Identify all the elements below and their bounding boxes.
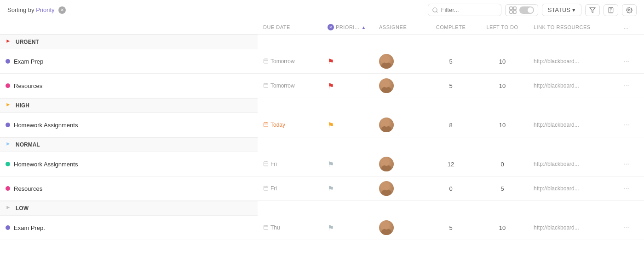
due-date-text: Tomorrow [270, 58, 295, 65]
task-color-dot [6, 83, 10, 88]
group-flag-icon [6, 205, 12, 212]
task-name-cell: Homework Assignments [0, 152, 258, 177]
group-flag-icon [6, 39, 12, 45]
task-color-dot [6, 59, 10, 64]
svg-rect-0 [510, 7, 512, 10]
complete-cell: 8 [425, 113, 477, 137]
more-options-cell[interactable]: ··· [618, 216, 644, 240]
svg-rect-30 [264, 225, 268, 229]
table-row: Exam Prep Tomorrow ⚑ 5 10 http://blackbo… [0, 49, 644, 74]
group-label-normal: NORMAL [16, 141, 40, 148]
more-options-cell[interactable]: ··· [618, 177, 644, 201]
table-row: Homework Assignments Today ⚑ 8 10 http:/… [0, 113, 644, 137]
left-to-do-cell: 10 [477, 113, 528, 137]
group-header-cell-high: HIGH [0, 98, 258, 113]
group-flag-icon [6, 102, 12, 109]
sort-priority-link[interactable]: Priority [36, 6, 54, 13]
priority-flag-light: ⚑ [328, 224, 334, 232]
priority-flag-yellow: ⚑ [328, 121, 334, 129]
calendar-icon [263, 224, 269, 231]
col-header-assignee: ASSIGNEE [374, 20, 425, 35]
table-row: Homework Assignments Fri ⚑ 12 0 http://b… [0, 152, 644, 177]
svg-rect-2 [510, 11, 512, 13]
link-cell[interactable]: http://blackboard... [528, 216, 618, 240]
cal-svg [263, 82, 269, 88]
more-icon[interactable]: ··· [624, 57, 630, 65]
left-to-do-cell: 10 [477, 74, 528, 98]
priority-flag-light: ⚑ [328, 160, 334, 168]
svg-rect-1 [513, 7, 516, 10]
doc-icon [608, 7, 614, 13]
task-name: Exam Prep [14, 58, 43, 65]
sort-arrow-icon: ▲ [362, 25, 366, 30]
task-color-dot [6, 225, 10, 230]
more-options-cell[interactable]: ··· [618, 113, 644, 137]
filter-button[interactable] [585, 4, 600, 16]
avatar [379, 78, 394, 93]
calendar-icon [263, 161, 269, 167]
more-options-cell[interactable]: ··· [618, 152, 644, 177]
priority-flag-red: ⚑ [328, 82, 334, 90]
group-header-normal[interactable]: NORMAL [0, 137, 644, 153]
assignee-cell [374, 113, 425, 137]
svg-rect-26 [264, 186, 268, 190]
link-cell[interactable]: http://blackboard... [528, 177, 618, 201]
avatar [379, 181, 394, 196]
filter-icon [589, 7, 596, 13]
priority-x-icon: ✕ [328, 24, 334, 30]
priority-flag-cell: ⚑ [322, 152, 374, 177]
svg-marker-4 [590, 7, 595, 12]
priority-flag-cell: ⚑ [322, 74, 374, 98]
cal-svg [263, 224, 269, 230]
avatar [379, 220, 394, 235]
priority-flag-cell: ⚑ [322, 113, 374, 137]
col-header-priority[interactable]: ✕ PRIORI... ▲ [322, 20, 374, 35]
more-options-cell[interactable]: ··· [618, 49, 644, 74]
due-date-cell: Tomorrow [258, 49, 322, 74]
task-name-cell: Exam Prep [0, 49, 258, 74]
svg-rect-10 [264, 59, 268, 63]
chevron-down-icon: ▾ [572, 6, 575, 13]
more-icon[interactable]: ··· [624, 224, 630, 231]
due-date-text: Fri [270, 185, 277, 192]
more-icon[interactable]: ··· [624, 121, 630, 129]
link-cell[interactable]: http://blackboard... [528, 113, 618, 137]
task-name: Homework Assignments [14, 161, 78, 168]
task-color-dot [6, 162, 10, 166]
more-icon[interactable]: ··· [624, 184, 630, 192]
task-name-cell: Homework Assignments [0, 113, 258, 137]
more-icon[interactable]: ··· [624, 82, 630, 89]
group-header-cell-urgent: URGENT [0, 35, 258, 49]
doc-button[interactable] [604, 4, 618, 16]
due-date-text: Thu [270, 224, 280, 231]
table-header: DUE DATE ✕ PRIORI... ▲ ASSIGNEE COMPLETE… [0, 20, 644, 35]
col-header-left-to-do: LEFT TO DO [477, 20, 528, 35]
filter-input[interactable] [428, 4, 501, 16]
link-cell[interactable]: http://blackboard... [528, 74, 618, 98]
table-row: Exam Prep. Thu ⚑ 5 10 http://blackboard.… [0, 216, 644, 240]
top-bar: Sorting by Priority ✕ STATUS ▾ [0, 0, 644, 20]
status-button[interactable]: STATUS ▾ [542, 4, 581, 16]
settings-button[interactable] [622, 4, 637, 16]
priority-flag-cell: ⚑ [322, 49, 374, 74]
complete-cell: 5 [425, 74, 477, 98]
svg-rect-22 [264, 162, 268, 166]
task-color-dot [6, 186, 10, 191]
more-icon[interactable]: ··· [624, 160, 630, 168]
col-header-task [0, 20, 258, 35]
due-date-text: Tomorrow [270, 82, 295, 89]
col-header-more[interactable]: ... [618, 20, 644, 35]
group-header-high[interactable]: HIGH [0, 98, 644, 113]
due-date-text: Fri [270, 161, 277, 167]
toggle-switch[interactable] [519, 6, 534, 14]
group-header-low[interactable]: LOW [0, 201, 644, 216]
link-cell[interactable]: http://blackboard... [528, 152, 618, 177]
assignee-cell [374, 216, 425, 240]
calendar-icon [263, 185, 269, 192]
group-header-urgent[interactable]: URGENT [0, 35, 644, 50]
col-header-due[interactable]: DUE DATE [258, 20, 322, 35]
more-options-cell[interactable]: ··· [618, 74, 644, 98]
clear-sort-button[interactable]: ✕ [58, 6, 66, 14]
link-cell[interactable]: http://blackboard... [528, 49, 618, 74]
priority-flag-light: ⚑ [328, 185, 334, 193]
